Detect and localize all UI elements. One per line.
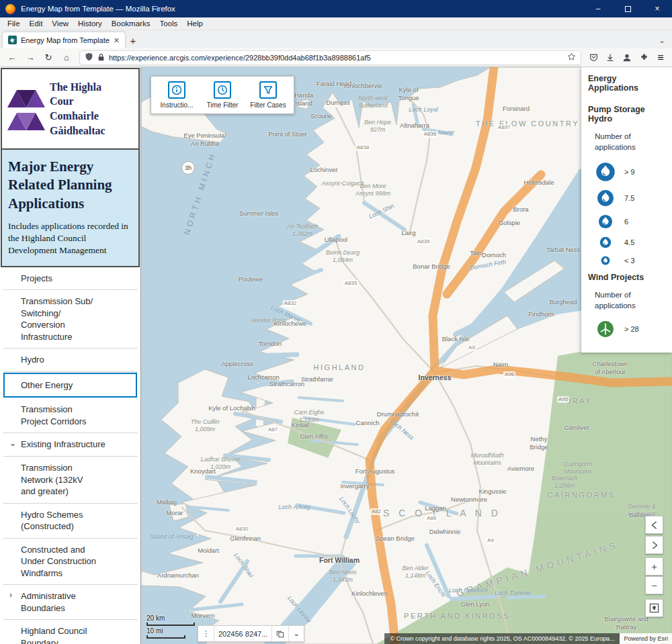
hydro-icon xyxy=(595,236,616,248)
instructions-label: Instructio... xyxy=(161,101,194,109)
legend-item-label: 4.5 xyxy=(624,238,634,246)
url-bar[interactable]: https://experience.arcgis.com/experience… xyxy=(79,50,581,65)
layer-label: Other Energy xyxy=(21,379,73,392)
coordinates-drag-handle[interactable]: ⋮ xyxy=(198,626,214,641)
close-button[interactable]: × xyxy=(642,0,672,17)
hydro-icon xyxy=(595,214,616,229)
legend-panel: Energy Applications Pump Storage HydroNu… xyxy=(581,67,672,353)
legend-section-title: Pump Storage Hydro xyxy=(588,105,665,124)
reload-button[interactable]: ↻ xyxy=(40,50,56,65)
layer-label: Hydro xyxy=(21,354,44,366)
legend-item-label: > 28 xyxy=(624,325,639,333)
map-canvas[interactable]: THE FLOW COUNTRYHIGHLANDS C O T L A N DG… xyxy=(141,67,672,644)
map-toolbar: Instructio...Time FilterFilter Cases xyxy=(151,76,294,114)
layer-item-projects[interactable]: Projects xyxy=(3,267,137,291)
layer-item-transmission[interactable]: Transmission Network (132kV and greater) xyxy=(3,457,137,504)
zoom-in-button[interactable]: + xyxy=(645,557,663,576)
previous-extent-button[interactable] xyxy=(645,516,663,534)
layer-item-transmission[interactable]: Transmission Project Corridors xyxy=(3,398,137,433)
home-button[interactable]: ⌂ xyxy=(58,50,75,65)
layer-item-existing[interactable]: ⌄Existing Infrastructure xyxy=(3,433,137,457)
maximize-button[interactable] xyxy=(613,0,642,17)
back-button[interactable]: ← xyxy=(4,50,20,65)
esri-attribution: Powered by Esri xyxy=(620,633,672,644)
zoom-out-button[interactable]: − xyxy=(645,576,663,594)
copy-coordinates-icon[interactable] xyxy=(271,626,288,641)
layer-item-administrative[interactable]: ›Administrative Boundaries xyxy=(3,585,137,620)
legend-item: 6 xyxy=(595,214,665,229)
menu-view[interactable]: View xyxy=(47,18,73,29)
legend-section-subtitle: Number of applications xyxy=(595,290,648,311)
tracking-shield-icon[interactable] xyxy=(85,52,93,62)
layer-item-hydro[interactable]: Hydro xyxy=(3,349,137,372)
navigation-bar: ← → ↻ ⌂ https://experience.arcgis.com/ex… xyxy=(0,48,672,67)
info-icon xyxy=(168,81,185,99)
page-title: Major Energy Related Planning Applicatio… xyxy=(8,158,132,213)
maximize-icon xyxy=(625,6,631,12)
downloads-icon[interactable] xyxy=(603,50,618,65)
council-logo-icon xyxy=(6,85,45,133)
firefox-icon xyxy=(5,4,15,14)
layer-list: ProjectsTransmission Sub/ Switching/ Con… xyxy=(0,267,140,644)
layer-item-hydro[interactable]: Hydro Schemes (Constructed) xyxy=(3,504,137,539)
layer-item-transmission[interactable]: Transmission Sub/ Switching/ Conversion … xyxy=(3,290,137,349)
layer-item-highland[interactable]: Highland Council Boundary xyxy=(3,620,137,644)
pocket-icon[interactable] xyxy=(586,50,601,65)
page-subtitle: Includes applications recorded in the Hi… xyxy=(8,220,132,257)
filter-cases-button[interactable]: Filter Cases xyxy=(249,81,287,109)
legend-section-title: Wind Projects xyxy=(588,273,665,282)
tab-close-icon[interactable]: ✕ xyxy=(114,36,120,45)
menu-help[interactable]: Help xyxy=(182,18,208,29)
menu-bar: FileEditViewHistoryBookmarksToolsHelp xyxy=(0,17,672,30)
time-filter-button[interactable]: Time Filter xyxy=(204,81,241,109)
hydro-icon xyxy=(595,256,616,265)
next-extent-button[interactable] xyxy=(645,536,663,554)
legend-item: > 9 xyxy=(595,162,665,182)
app-title-block: Major Energy Related Planning Applicatio… xyxy=(2,148,138,266)
legend-item-label: < 3 xyxy=(624,257,635,265)
layer-label: Highland Council Boundary xyxy=(21,625,87,644)
scale-bar: 20 km 10 mi xyxy=(146,614,195,640)
time-filter-label: Time Filter xyxy=(207,101,239,109)
menu-history[interactable]: History xyxy=(73,18,107,29)
brand-box: The Highla Cour Comhairle Gàidhealtac Ma… xyxy=(1,68,140,267)
council-logo-text: The Highla Cour Comhairle Gàidhealtac xyxy=(50,80,106,138)
tab-bar: Energy Map from Template ✕ + ⌄ xyxy=(0,30,672,48)
instructions-button[interactable]: Instructio... xyxy=(158,81,196,109)
legend-item: 4.5 xyxy=(595,236,665,248)
tab-favicon xyxy=(8,36,17,46)
scale-km-label: 20 km xyxy=(146,614,165,622)
legend-item-label: > 9 xyxy=(624,168,635,176)
menu-edit[interactable]: Edit xyxy=(25,18,48,29)
scale-mi-line xyxy=(146,635,185,639)
layer-label: Transmission Network (132kV and greater) xyxy=(21,462,83,498)
forward-button[interactable]: → xyxy=(22,50,38,65)
legend-item: 7.5 xyxy=(595,189,665,207)
browser-tab[interactable]: Energy Map from Template ✕ xyxy=(3,32,125,48)
list-tabs-chevron-icon[interactable]: ⌄ xyxy=(655,32,669,48)
hydro-icon xyxy=(595,162,616,182)
menu-file[interactable]: File xyxy=(3,18,25,29)
menu-icon[interactable]: ≡ xyxy=(653,50,668,65)
layer-label: Hydro Schemes (Constructed) xyxy=(21,509,83,533)
legend-item: < 3 xyxy=(595,256,665,265)
menu-tools[interactable]: Tools xyxy=(155,18,182,29)
chevron-down-icon[interactable]: ⌄ xyxy=(9,439,17,448)
account-icon[interactable] xyxy=(620,50,634,65)
layer-item-constructed[interactable]: Constructed and Under Construction Windf… xyxy=(3,539,137,586)
layer-item-other[interactable]: Other Energy xyxy=(3,373,137,398)
layer-label: Projects xyxy=(21,273,52,285)
coordinates-format-chevron-icon[interactable]: ⌄ xyxy=(288,626,303,641)
menu-bookmarks[interactable]: Bookmarks xyxy=(107,18,155,29)
minimize-button[interactable]: – xyxy=(583,0,613,17)
coordinates-value[interactable]: 202456 8247... xyxy=(214,626,271,641)
chevron-right-icon[interactable]: › xyxy=(9,590,17,600)
bookmark-star-icon[interactable] xyxy=(567,52,576,62)
lock-icon[interactable] xyxy=(97,53,105,62)
url-text[interactable]: https://experience.arcgis.com/experience… xyxy=(109,54,563,62)
new-tab-button[interactable]: + xyxy=(125,32,141,48)
extensions-icon[interactable] xyxy=(636,50,651,65)
legend-item-label: 6 xyxy=(624,218,628,226)
tab-title: Energy Map from Template xyxy=(21,36,110,44)
default-extent-button[interactable] xyxy=(645,599,663,617)
